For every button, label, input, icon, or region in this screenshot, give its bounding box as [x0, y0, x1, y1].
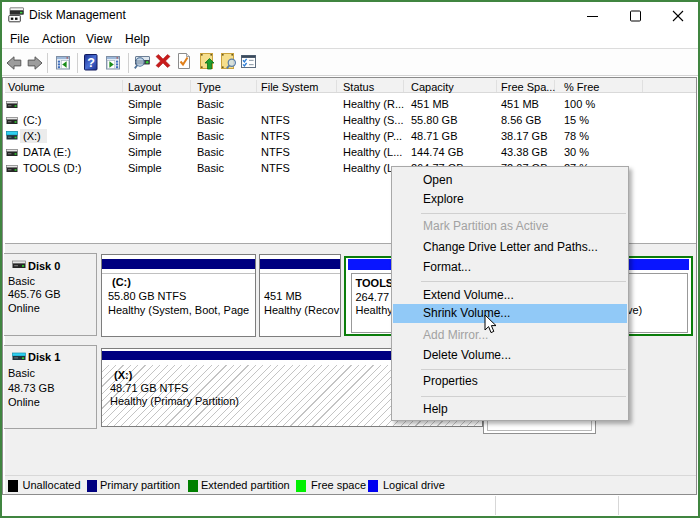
- svg-text:?: ?: [87, 56, 95, 70]
